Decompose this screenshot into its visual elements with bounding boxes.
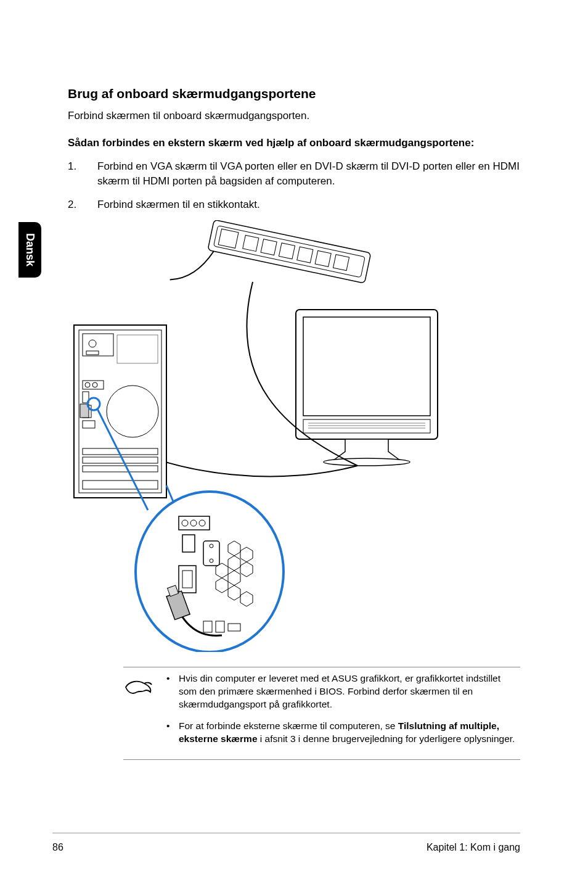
note-item: • Hvis din computer er leveret med et AS…: [166, 672, 520, 711]
svg-rect-10: [303, 317, 430, 416]
step-text: Forbind en VGA skærm til VGA porten elle…: [97, 159, 520, 189]
svg-rect-22: [83, 381, 104, 389]
svg-rect-20: [86, 351, 99, 355]
svg-rect-30: [83, 457, 158, 463]
svg-rect-44: [182, 571, 192, 588]
svg-rect-28: [83, 421, 95, 428]
step-number: 1.: [68, 159, 97, 189]
chapter-label: Kapitel 1: Kom i gang: [427, 842, 520, 853]
svg-rect-5: [279, 243, 295, 259]
note-hand-icon: [123, 672, 154, 703]
svg-rect-48: [216, 621, 224, 632]
note-item: • For at forbinde eksterne skærme til co…: [166, 720, 520, 746]
port-detail-icon: [136, 492, 284, 652]
subheading: Sådan forbindes en ekstern skærm ved hjæ…: [68, 137, 520, 149]
pc-tower-icon: [74, 325, 166, 498]
note-block: • Hvis din computer er leveret med et AS…: [123, 667, 520, 760]
page-footer: 86 Kapitel 1: Kom i gang: [52, 833, 520, 853]
svg-rect-4: [261, 239, 277, 255]
svg-rect-39: [182, 535, 195, 552]
svg-point-15: [324, 458, 410, 466]
page-heading: Brug af onboard skærmudgangsportene: [68, 86, 520, 101]
bullet-icon: •: [166, 720, 179, 746]
svg-rect-2: [218, 229, 239, 248]
note-text: Hvis din computer er leveret med et ASUS…: [179, 672, 520, 711]
divider: [123, 667, 520, 667]
intro-text: Forbind skærmen til onboard skærmudgangs…: [68, 110, 520, 122]
step-list: 1. Forbind en VGA skærm til VGA porten e…: [68, 159, 520, 212]
power-strip-icon: [170, 220, 371, 320]
language-tab: Dansk: [18, 222, 41, 278]
svg-rect-31: [83, 466, 158, 472]
monitor-icon: [296, 310, 438, 466]
note-text: For at forbinde eksterne skærme til comp…: [179, 720, 520, 746]
svg-rect-3: [243, 236, 259, 252]
page-number: 86: [52, 842, 63, 853]
step-text: Forbind skærmen til en stikkontakt.: [97, 197, 520, 212]
svg-rect-49: [228, 624, 240, 631]
svg-rect-8: [333, 255, 349, 271]
connection-diagram: [68, 220, 520, 654]
step-number: 2.: [68, 197, 97, 212]
step-item: 2. Forbind skærmen til en stikkontakt.: [68, 197, 520, 212]
svg-rect-47: [203, 621, 212, 632]
svg-rect-40: [203, 541, 219, 566]
divider: [123, 759, 520, 760]
svg-rect-6: [297, 247, 313, 263]
step-item: 1. Forbind en VGA skærm til VGA porten e…: [68, 159, 520, 189]
svg-rect-7: [315, 251, 331, 267]
svg-rect-32: [83, 481, 158, 489]
bullet-icon: •: [166, 672, 179, 711]
